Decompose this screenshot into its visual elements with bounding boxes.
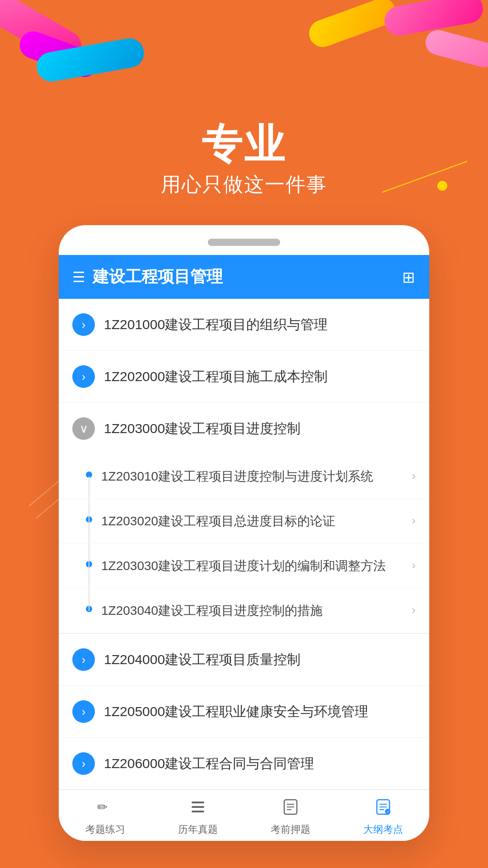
list-item-1Z203000-group: ∨ 1Z203000建设工程项目进度控制 1Z203010建设工程项目进度控制与… [59, 403, 429, 634]
outline-icon: ✓ [375, 799, 391, 819]
sub-chevron-right-icon: › [412, 603, 416, 617]
app-header-title: 建设工程项目管理 [93, 266, 223, 288]
sub-line [89, 589, 89, 611]
item-1Z206000-icon: › [72, 752, 95, 775]
nav-label-outline: 大纲考点 [363, 823, 403, 836]
item-1Z201000-icon: › [72, 313, 95, 336]
svg-rect-2 [192, 806, 204, 808]
list-item-1Z205000[interactable]: › 1Z205000建设工程职业健康安全与环境管理 [59, 686, 429, 738]
sub-item-1Z203020[interactable]: 1Z203020建设工程项目总进度目标的论证 › [59, 499, 429, 544]
sub-item-1Z203030[interactable]: 1Z203030建设工程项目进度计划的编制和调整方法 › [59, 544, 429, 589]
nav-item-practice[interactable]: ✏ 考题练习 [59, 799, 151, 836]
menu-icon: ☰ [72, 269, 85, 286]
sub-item-1Z203040[interactable]: 1Z203040建设工程项目进度控制的措施 › [59, 589, 429, 633]
hero-main-title: 专业 [0, 122, 488, 167]
item-1Z205000-text: 1Z205000建设工程职业健康安全与环境管理 [104, 702, 416, 721]
list-item-1Z203000[interactable]: ∨ 1Z203000建设工程项目进度控制 [59, 403, 429, 454]
sub-line [89, 544, 89, 588]
svg-text:✓: ✓ [386, 809, 390, 814]
sub-line [89, 476, 89, 499]
sub-item-1Z203010[interactable]: 1Z203010建设工程项目进度控制与进度计划系统 › [59, 454, 429, 499]
chevron-right-icon: › [82, 318, 86, 332]
nav-label-exam: 考前押题 [271, 823, 310, 836]
phone-mockup: ☰ 建设工程项目管理 ⊞ › 1Z201000建设工程项目的组织与管理 › 1Z… [59, 225, 429, 841]
bottom-navigation: ✏ 考题练习 历年真题 [59, 789, 429, 841]
chevron-right-icon: › [82, 705, 86, 719]
hero-sub-title: 用心只做这一件事 [0, 171, 488, 198]
item-1Z202000-icon: › [72, 365, 95, 388]
hero-section: 专业 用心只做这一件事 [0, 0, 488, 225]
sub-item-1Z203030-text: 1Z203030建设工程项目进度计划的编制和调整方法 [101, 557, 403, 576]
item-1Z205000-icon: › [72, 700, 95, 723]
sub-item-1Z203040-text: 1Z203040建设工程项目进度控制的措施 [101, 601, 403, 620]
item-1Z204000-text: 1Z204000建设工程项目质量控制 [104, 650, 416, 669]
svg-rect-1 [192, 802, 204, 803]
list-item-1Z204000[interactable]: › 1Z204000建设工程项目质量控制 [59, 634, 429, 686]
sub-item-1Z203010-text: 1Z203010建设工程项目进度控制与进度计划系统 [101, 467, 403, 486]
nav-item-history[interactable]: 历年真题 [151, 799, 244, 836]
item-1Z203000-icon: ∨ [72, 417, 95, 440]
chevron-right-icon: › [82, 370, 86, 384]
item-1Z201000-text: 1Z201000建设工程项目的组织与管理 [104, 315, 416, 334]
sub-item-1Z203020-text: 1Z203020建设工程项目总进度目标的论证 [101, 512, 403, 531]
item-1Z206000-text: 1Z206000建设工程合同与合同管理 [104, 754, 416, 773]
sub-chevron-right-icon: › [412, 469, 416, 483]
app-header: ☰ 建设工程项目管理 ⊞ [59, 255, 429, 299]
sub-list-1Z203000: 1Z203010建设工程项目进度控制与进度计划系统 › 1Z203020建设工程… [59, 454, 429, 634]
nav-item-exam[interactable]: 考前押题 [244, 799, 337, 836]
list-item-1Z201000[interactable]: › 1Z201000建设工程项目的组织与管理 [59, 299, 429, 351]
nav-item-outline[interactable]: ✓ 大纲考点 [337, 799, 429, 836]
grid-icon[interactable]: ⊞ [402, 268, 416, 286]
svg-text:✏: ✏ [97, 800, 108, 814]
svg-rect-3 [192, 811, 204, 812]
practice-icon: ✏ [97, 799, 113, 819]
history-icon [190, 799, 206, 819]
list-container: › 1Z201000建设工程项目的组织与管理 › 1Z202000建设工程项目施… [59, 299, 429, 789]
exam-icon [282, 799, 299, 819]
item-1Z203000-text: 1Z203000建设工程项目进度控制 [104, 419, 416, 438]
list-item-1Z206000[interactable]: › 1Z206000建设工程合同与合同管理 [59, 738, 429, 789]
chevron-down-icon: ∨ [80, 422, 88, 436]
sub-line [89, 499, 89, 543]
phone-notch [208, 239, 280, 246]
item-1Z202000-text: 1Z202000建设工程项目施工成本控制 [104, 367, 416, 386]
nav-label-history: 历年真题 [178, 823, 218, 836]
list-item-1Z202000[interactable]: › 1Z202000建设工程项目施工成本控制 [59, 351, 429, 403]
app-header-left: ☰ 建设工程项目管理 [72, 266, 223, 288]
sub-chevron-right-icon: › [412, 514, 416, 528]
chevron-right-icon: › [82, 757, 86, 771]
sub-chevron-right-icon: › [412, 558, 416, 572]
item-1Z204000-icon: › [72, 648, 95, 671]
nav-label-practice: 考题练习 [85, 823, 125, 836]
chevron-right-icon: › [82, 653, 86, 667]
